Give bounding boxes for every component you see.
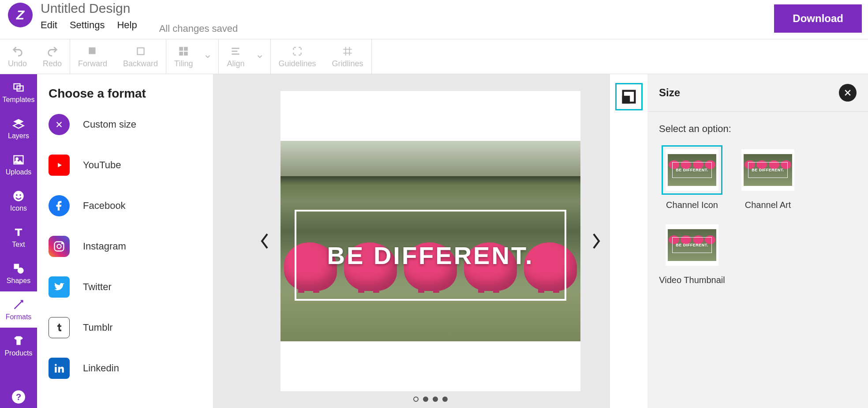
sidebar-item-templates[interactable]: Templates [0,74,37,110]
guidelines-button[interactable]: Guidelines [271,45,324,68]
toolbar: Undo Redo Forward Backward [0,39,868,74]
gridlines-button[interactable]: Gridlines [324,45,371,68]
sidebar-item-text[interactable]: Text [0,219,37,255]
svg-point-17 [19,194,21,196]
forward-button[interactable]: Forward [70,45,115,68]
sidebar-item-label: Formats [6,313,32,321]
svg-point-25 [55,364,56,366]
format-item-label: Twitter [83,281,112,293]
download-button[interactable]: Download [774,4,862,33]
youtube-icon [49,155,70,176]
undo-button[interactable]: Undo [0,45,35,68]
gridlines-icon [341,45,354,57]
next-artboard-button[interactable] [580,232,612,250]
help-button[interactable]: ? [0,390,37,404]
redo-button[interactable]: Redo [35,45,70,68]
sidebar-item-label: Templates [3,96,35,104]
size-tool-button[interactable] [615,83,643,110]
svg-rect-27 [623,97,629,102]
page-dot[interactable] [442,397,448,402]
format-item-label: Tumblr [83,322,113,333]
format-list: Custom size YouTube Facebook Instagram T… [49,114,202,379]
gridlines-label: Gridlines [332,59,363,68]
icons-icon [12,189,25,203]
sidebar-item-label: Icons [10,204,27,212]
align-dropdown[interactable]: Align [219,45,270,68]
guidelines-icon [291,45,303,57]
size-option-channel-icon[interactable]: BE DIFFERENT. Channel Icon [659,145,725,211]
size-option-label: Channel Art [745,199,791,211]
tiling-dropdown[interactable]: Tiling [166,45,218,68]
size-prompt: Select an option: [659,123,857,135]
format-panel-title: Choose a format [49,87,202,101]
prev-artboard-button[interactable] [249,232,281,250]
document-title[interactable]: Untitled Design [41,1,137,16]
page-indicator[interactable] [413,397,448,402]
svg-marker-20 [58,163,62,167]
svg-rect-3 [184,47,188,51]
canvas-text: BE DIFFERENT. [327,241,534,270]
format-item-twitter[interactable]: Twitter [49,276,202,298]
format-item-youtube[interactable]: YouTube [49,155,202,176]
forward-label: Forward [78,59,107,68]
format-item-linkedin[interactable]: Linkedin [49,358,202,379]
page-dot[interactable] [413,397,419,402]
format-item-facebook[interactable]: Facebook [49,195,202,216]
size-panel-header: Size [647,74,868,112]
tiling-label: Tiling [174,59,193,68]
page-dot[interactable] [433,397,438,402]
svg-point-14 [16,158,18,160]
backward-icon [135,45,147,57]
page-dot[interactable] [423,397,428,402]
size-option-video-thumbnail[interactable]: BE DIFFERENT. Video Thumbnail [659,220,725,286]
layers-icon [12,117,25,130]
title-block: Untitled Design Edit Settings Help [41,1,137,31]
tumblr-icon [49,317,70,338]
format-item-label: Custom size [83,119,136,130]
size-option-channel-art[interactable]: BE DIFFERENT. Channel Art [735,145,801,211]
size-panel-title: Size [659,87,680,99]
svg-rect-24 [55,367,56,373]
canvas-image: BE DIFFERENT. [281,141,580,341]
forward-icon [86,45,99,57]
format-item-label: YouTube [83,159,121,171]
left-sidebar: Templates Layers Uploads Icons Text Shap… [0,74,37,408]
sidebar-item-shapes[interactable]: Shapes [0,255,37,291]
undo-label: Undo [8,59,27,68]
sidebar-item-products[interactable]: Products [0,328,37,364]
menu-edit[interactable]: Edit [41,19,57,31]
close-button[interactable] [839,84,857,102]
sidebar-item-uploads[interactable]: Uploads [0,147,37,183]
format-item-label: Linkedin [83,363,119,374]
sidebar-item-formats[interactable]: Formats [0,291,37,328]
align-label: Align [227,59,244,68]
redo-label: Redo [43,59,62,68]
sidebar-item-layers[interactable]: Layers [0,110,37,147]
templates-icon [12,81,25,94]
backward-button[interactable]: Backward [115,45,166,68]
size-option-label: Video Thumbnail [659,274,725,286]
menu-help[interactable]: Help [117,19,137,31]
app-header: Z Untitled Design Edit Settings Help All… [0,0,868,39]
format-item-instagram[interactable]: Instagram [49,236,202,257]
help-icon: ? [12,390,25,404]
svg-point-19 [18,268,24,274]
app-logo[interactable]: Z [8,3,33,27]
sidebar-item-icons[interactable]: Icons [0,183,37,219]
text-frame: BE DIFFERENT. [295,210,566,301]
svg-rect-2 [180,47,183,51]
facebook-icon [49,195,70,216]
linkedin-icon [49,358,70,379]
chevron-down-icon [254,51,265,62]
format-item-tumblr[interactable]: Tumblr [49,317,202,338]
tiling-icon [177,45,190,57]
menu-settings[interactable]: Settings [70,19,105,31]
size-option-label: Channel Icon [666,199,718,211]
svg-rect-18 [14,264,19,269]
size-panel: Size Select an option: BE DIFFERENT. Cha… [647,74,868,408]
format-item-custom-size[interactable]: Custom size [49,114,202,135]
guidelines-label: Guidelines [279,59,316,68]
custom-size-icon [49,114,70,135]
artboard[interactable]: BE DIFFERENT. [281,91,580,391]
menu-bar: Edit Settings Help [41,19,137,31]
